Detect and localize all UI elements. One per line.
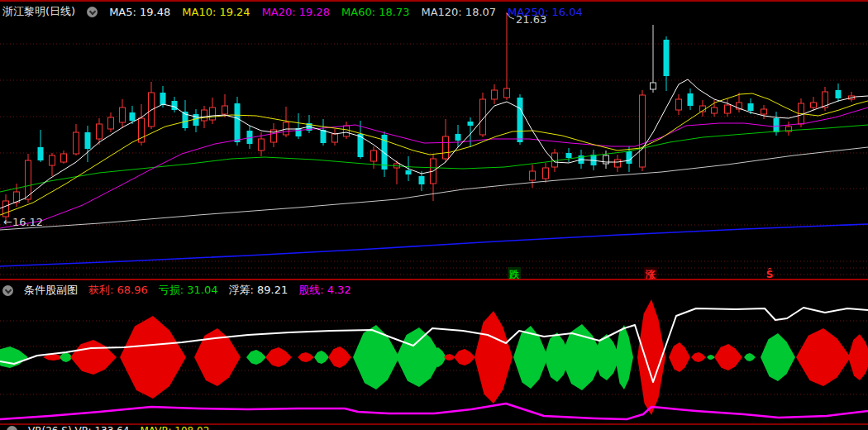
candlestick xyxy=(823,87,828,111)
candlestick xyxy=(61,150,67,164)
chart-canvas[interactable]: 21.63←16.12 跌涨Ŝ xyxy=(0,0,868,430)
candlestick xyxy=(725,98,731,117)
chevron-down-circle-icon[interactable] xyxy=(2,285,13,296)
candlestick xyxy=(183,100,188,131)
candlestick xyxy=(455,125,461,147)
chip-blob xyxy=(454,349,475,366)
ma60-label: MA60: 18.73 xyxy=(341,6,409,18)
candlestick xyxy=(443,119,449,162)
candlestick xyxy=(371,146,377,169)
candlestick xyxy=(332,129,338,146)
candlestick xyxy=(235,97,241,146)
chip-blob xyxy=(615,325,633,389)
candlestick xyxy=(651,25,656,93)
profit-label: 获利: 68.96 xyxy=(88,283,148,298)
candlestick xyxy=(394,160,400,184)
candlestick xyxy=(149,82,155,129)
candlestick xyxy=(108,112,114,132)
chip-blob xyxy=(0,346,28,368)
chevron-down-circle-icon[interactable] xyxy=(87,7,98,17)
candlestick xyxy=(799,98,804,127)
candlestick xyxy=(419,171,425,191)
indicator-panel xyxy=(0,299,868,419)
chip-blob xyxy=(298,352,314,362)
candlestick xyxy=(504,12,510,100)
ma10-label: MA10: 19.24 xyxy=(182,6,250,18)
signal-marker: 跌 xyxy=(508,267,521,280)
vr-panel-header: VR(26,S) VR: 133.64 MAVR: 108.02 xyxy=(7,425,209,430)
chip-blob xyxy=(70,340,117,375)
low-price-annotation: ←16.12 xyxy=(3,216,43,228)
chip-blob xyxy=(328,346,351,368)
ma-line-ma10 xyxy=(0,93,868,215)
chip-blob xyxy=(761,333,795,381)
candlestick xyxy=(222,94,228,117)
floating-label: 浮筹: 89.21 xyxy=(228,283,288,298)
candlestick xyxy=(296,113,302,139)
chevron-down-circle-icon[interactable] xyxy=(7,426,17,430)
panel-title: 条件股副图 xyxy=(24,283,78,298)
chip-blob xyxy=(691,352,706,362)
candlestick xyxy=(664,36,670,91)
candlestick xyxy=(50,153,55,176)
signal-marker: Ŝ xyxy=(766,268,774,280)
candlestick xyxy=(14,184,20,207)
chip-blob xyxy=(513,326,548,389)
candlestick xyxy=(849,92,855,102)
candlestick xyxy=(120,99,126,128)
candlestick xyxy=(517,94,523,145)
chip-blob xyxy=(246,350,266,365)
chip-blob xyxy=(714,344,742,370)
indicator-line xyxy=(0,404,868,419)
candlestick xyxy=(530,165,536,188)
candlestick xyxy=(271,123,277,147)
chip-blob xyxy=(353,325,399,389)
chip-blob xyxy=(848,334,868,380)
candlestick xyxy=(811,97,817,111)
main-chart-header: 浙江黎明(日线) MA5: 19.48 MA10: 19.24 MA20: 19… xyxy=(2,4,583,19)
ma5-label: MA5: 19.48 xyxy=(109,6,170,18)
candlestick xyxy=(700,100,706,117)
candlestick xyxy=(543,163,549,183)
candlestick xyxy=(566,148,572,162)
candlestick xyxy=(172,97,178,112)
candlestick xyxy=(603,150,609,169)
ma120-label: MA120: 18.07 xyxy=(421,6,496,18)
chip-blob xyxy=(120,316,186,399)
candlestick xyxy=(284,107,289,137)
chip-blob xyxy=(796,328,851,386)
signal-markers: 跌涨Ŝ xyxy=(508,267,773,280)
chip-blob xyxy=(265,347,292,367)
candlestick xyxy=(468,117,474,147)
candlestick xyxy=(26,154,31,203)
candlestick xyxy=(640,90,646,171)
candlestick xyxy=(85,126,91,162)
mavr-label: MAVR: 108.02 xyxy=(140,425,209,430)
candlestick xyxy=(761,105,767,119)
candlestick xyxy=(786,122,792,136)
candlestick xyxy=(688,88,694,110)
candlestick xyxy=(836,84,842,102)
chip-blob xyxy=(707,355,715,360)
svg-text:Ŝ: Ŝ xyxy=(766,268,774,280)
chip-blob xyxy=(314,351,329,364)
candlestick xyxy=(615,155,621,172)
candlestick xyxy=(139,104,145,146)
chip-blob xyxy=(744,353,756,361)
vr-label: VR(26,S) VR: 133.64 xyxy=(28,425,129,430)
candlestick xyxy=(74,124,79,155)
loss-label: 亏损: 31.04 xyxy=(159,283,218,298)
ma-line-ma250 xyxy=(0,224,868,266)
main-price-chart: 21.63←16.12 xyxy=(0,12,868,275)
candlestick xyxy=(492,84,498,104)
signal-marker: 涨 xyxy=(644,267,657,280)
chip-blob xyxy=(475,311,513,404)
svg-text:涨: 涨 xyxy=(645,269,656,280)
candlestick xyxy=(38,130,44,162)
chip-blob xyxy=(444,354,455,361)
candlestick xyxy=(774,112,780,136)
indicator-panel-header: 条件股副图 获利: 68.96 亏损: 31.04 浮筹: 89.21 股线: … xyxy=(2,283,351,298)
candlestick xyxy=(321,119,327,146)
candlestick xyxy=(676,94,682,115)
stock-title: 浙江黎明(日线) xyxy=(2,4,75,19)
